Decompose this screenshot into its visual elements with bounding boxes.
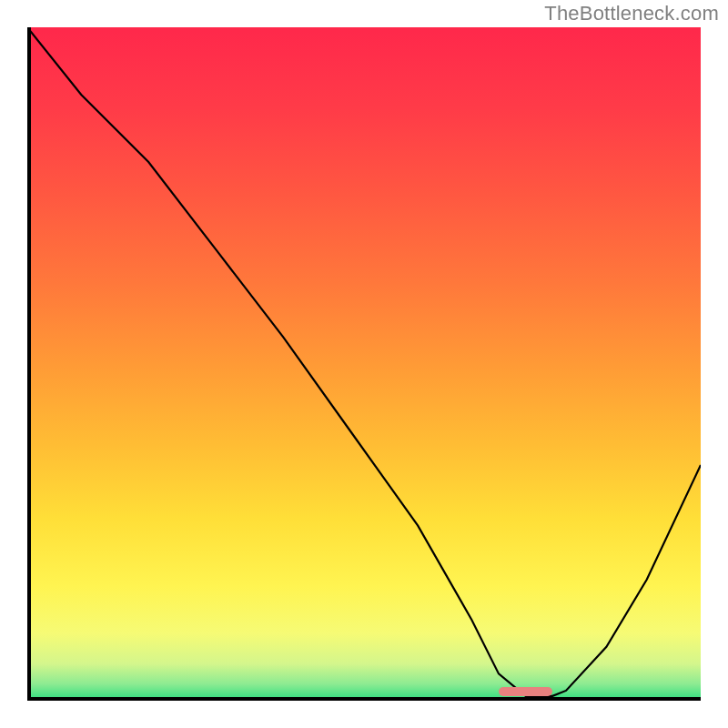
axes-frame [27,27,701,701]
watermark-text: TheBottleneck.com [544,2,719,25]
chart-container: TheBottleneck.com [0,0,728,728]
plot-area [27,27,701,701]
optimal-marker [499,687,552,696]
